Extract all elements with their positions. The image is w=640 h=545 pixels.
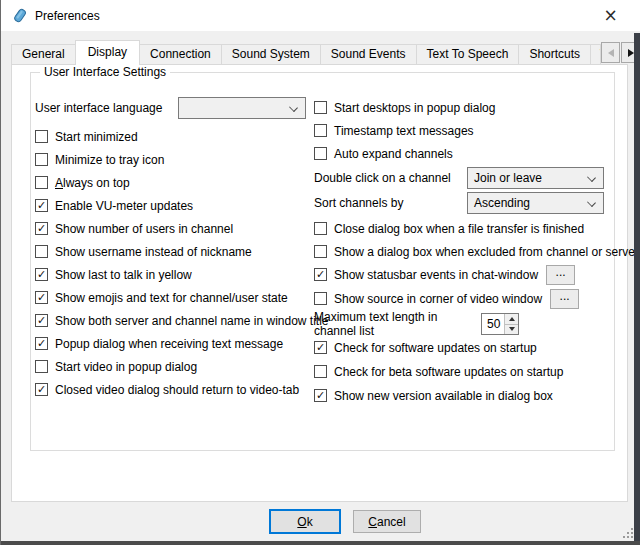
checkbox-video-popup[interactable] [35, 360, 48, 373]
row-statusbar-events[interactable]: ✓ Show statusbar events in chat-window .… [314, 263, 620, 286]
label-minimize-to-tray: Minimize to tray icon [55, 153, 164, 167]
checkbox-minimize-to-tray[interactable] [35, 153, 48, 166]
cancel-button[interactable]: Cancel [353, 510, 421, 533]
checkbox-closed-video-return[interactable]: ✓ [35, 383, 48, 396]
tab-shortcuts[interactable]: Shortcuts [518, 44, 591, 64]
label-check-beta-updates: Check for beta software updates on start… [334, 365, 563, 379]
row-show-emojis[interactable]: ✓ Show emojis and text for channel/user … [35, 286, 313, 309]
tab-display[interactable]: Display [75, 40, 140, 65]
row-start-minimized[interactable]: Start minimized [35, 125, 313, 148]
double-click-select-value: Join or leave [474, 171, 542, 185]
language-select[interactable] [178, 97, 306, 119]
tab-sound-system[interactable]: Sound System [221, 44, 321, 64]
row-popup-text-message[interactable]: ✓ Popup dialog when receiving text messa… [35, 332, 313, 355]
checkbox-timestamp-messages[interactable] [314, 124, 327, 137]
checkbox-always-on-top[interactable] [35, 176, 48, 189]
max-text-length-value: 50 [482, 314, 504, 334]
group-title: User Interface Settings [40, 65, 170, 79]
chevron-down-icon [587, 198, 596, 207]
tab-scroll-left-button[interactable] [601, 42, 620, 63]
spin-down-button[interactable] [505, 324, 518, 335]
label-close-on-transfer: Close dialog box when a file transfer is… [334, 222, 584, 236]
tab-video[interactable]: Video [590, 44, 601, 64]
window-shadow-bottom [1, 541, 640, 545]
close-icon: × [603, 7, 617, 24]
row-video-source-corner[interactable]: Show source in corner of video window ..… [314, 287, 620, 310]
checkbox-show-emojis[interactable]: ✓ [35, 291, 48, 304]
down-arrow-icon [509, 327, 515, 331]
checkbox-start-desktops[interactable] [314, 101, 327, 114]
row-check-beta-updates[interactable]: Check for beta software updates on start… [314, 360, 620, 383]
spin-up-button[interactable] [505, 314, 518, 324]
row-vu-meter[interactable]: ✓ Enable VU-meter updates [35, 194, 313, 217]
row-excluded-dialog[interactable]: Show a dialog box when excluded from cha… [314, 240, 620, 263]
app-icon [11, 7, 28, 24]
row-timestamp-messages[interactable]: Timestamp text messages [314, 119, 620, 142]
preferences-dialog: Preferences × General Display Connection… [0, 0, 640, 545]
label-show-user-count: Show number of users in channel [55, 222, 233, 236]
ok-button[interactable]: Ok [269, 509, 341, 534]
label-closed-video-return: Closed video dialog should return to vid… [55, 383, 299, 397]
checkbox-check-updates[interactable]: ✓ [314, 341, 327, 354]
titlebar: Preferences × [1, 0, 640, 31]
resize-grip[interactable] [621, 526, 633, 538]
checkbox-auto-expand[interactable] [314, 147, 327, 160]
checkbox-check-beta-updates[interactable] [314, 365, 327, 378]
label-excluded-dialog: Show a dialog box when excluded from cha… [334, 245, 639, 259]
spinner-buttons [504, 314, 518, 334]
label-timestamp-messages: Timestamp text messages [334, 124, 474, 138]
sort-channels-row: Sort channels by Ascending [314, 192, 620, 214]
row-close-on-transfer[interactable]: Close dialog box when a file transfer is… [314, 217, 620, 240]
checkbox-close-on-transfer[interactable] [314, 222, 327, 235]
left-arrow-icon [608, 49, 614, 57]
row-closed-video-return[interactable]: ✓ Closed video dialog should return to v… [35, 378, 313, 401]
checkbox-start-minimized[interactable] [35, 130, 48, 143]
label-popup-text-message: Popup dialog when receiving text message [55, 337, 283, 351]
chevron-down-icon [289, 103, 298, 112]
label-auto-expand: Auto expand channels [334, 147, 453, 161]
label-always-on-top: Always on top [55, 176, 130, 190]
label-show-username: Show username instead of nickname [55, 245, 252, 259]
checkbox-server-channel-title[interactable]: ✓ [35, 314, 48, 327]
language-label: User interface language [35, 101, 171, 115]
row-always-on-top[interactable]: Always on top [35, 171, 313, 194]
tab-sound-events[interactable]: Sound Events [320, 44, 417, 64]
row-last-to-talk[interactable]: ✓ Show last to talk in yellow [35, 263, 313, 286]
video-source-more-button[interactable]: ... [550, 289, 579, 309]
checkbox-popup-text-message[interactable]: ✓ [35, 337, 48, 350]
label-last-to-talk: Show last to talk in yellow [55, 268, 192, 282]
checkbox-new-version-dialog[interactable]: ✓ [314, 389, 327, 402]
checkbox-show-username[interactable] [35, 245, 48, 258]
row-check-updates[interactable]: ✓ Check for software updates on startup [314, 336, 620, 359]
sort-channels-select[interactable]: Ascending [467, 192, 604, 214]
checkbox-excluded-dialog[interactable] [314, 245, 327, 258]
sort-channels-select-value: Ascending [474, 196, 530, 210]
display-tab-panel: User Interface Settings User interface l… [11, 64, 628, 502]
row-show-username[interactable]: Show username instead of nickname [35, 240, 313, 263]
double-click-select[interactable]: Join or leave [467, 167, 604, 189]
row-new-version-dialog[interactable]: ✓ Show new version available in dialog b… [314, 384, 620, 407]
tab-general[interactable]: General [11, 44, 76, 64]
max-text-length-label: Maximum text length in channel list [314, 310, 481, 338]
close-button[interactable]: × [588, 0, 633, 30]
checkbox-show-user-count[interactable]: ✓ [35, 222, 48, 235]
row-video-popup[interactable]: Start video in popup dialog [35, 355, 313, 378]
row-minimize-to-tray[interactable]: Minimize to tray icon [35, 148, 313, 171]
row-server-channel-title[interactable]: ✓ Show both server and channel name in w… [35, 309, 313, 332]
checkbox-vu-meter[interactable]: ✓ [35, 199, 48, 212]
right-arrow-icon [628, 49, 634, 57]
tab-text-to-speech[interactable]: Text To Speech [416, 44, 520, 64]
double-click-row: Double click on a channel Join or leave [314, 167, 620, 189]
double-click-label: Double click on a channel [314, 171, 467, 185]
language-row: User interface language [35, 96, 313, 120]
max-text-length-spinner[interactable]: 50 [481, 313, 519, 335]
tab-connection[interactable]: Connection [139, 44, 222, 64]
row-auto-expand[interactable]: Auto expand channels [314, 142, 620, 165]
row-start-desktops[interactable]: Start desktops in popup dialog [314, 96, 620, 119]
row-show-user-count[interactable]: ✓ Show number of users in channel [35, 217, 313, 240]
left-column: User interface language Start minimized … [35, 96, 313, 401]
checkbox-statusbar-events[interactable]: ✓ [314, 268, 327, 281]
statusbar-events-more-button[interactable]: ... [546, 265, 575, 285]
checkbox-last-to-talk[interactable]: ✓ [35, 268, 48, 281]
checkbox-video-source-corner[interactable] [314, 292, 327, 305]
